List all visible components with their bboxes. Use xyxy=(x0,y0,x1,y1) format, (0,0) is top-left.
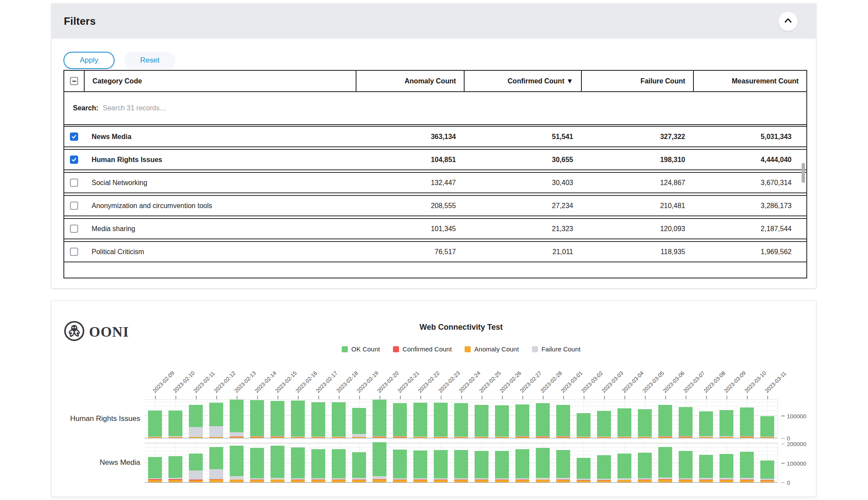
legend-item[interactable]: Anomaly Count xyxy=(465,345,519,353)
column-header-category[interactable]: Category Code xyxy=(84,71,356,91)
stacked-bar[interactable] xyxy=(189,442,203,482)
stacked-bar[interactable] xyxy=(168,442,182,482)
reset-button[interactable]: Reset xyxy=(124,52,175,69)
collapse-panel-button[interactable] xyxy=(779,12,798,31)
legend-item[interactable]: Failure Count xyxy=(532,345,581,353)
stacked-bar[interactable] xyxy=(209,399,223,438)
column-header-failure[interactable]: Failure Count xyxy=(581,71,693,91)
select-all-checkbox[interactable] xyxy=(64,71,84,91)
stacked-bar[interactable] xyxy=(515,442,529,482)
stacked-bar[interactable] xyxy=(679,399,693,438)
stacked-bar[interactable] xyxy=(536,399,550,438)
stacked-bar[interactable] xyxy=(271,399,284,438)
row-checkbox[interactable] xyxy=(64,248,84,256)
stacked-bar[interactable] xyxy=(597,399,611,438)
stacked-bar[interactable] xyxy=(148,442,162,482)
stacked-bar[interactable] xyxy=(475,399,488,438)
stacked-bar[interactable] xyxy=(373,442,386,482)
stacked-bar[interactable] xyxy=(740,399,754,438)
stacked-bar[interactable] xyxy=(393,442,407,482)
row-checkbox[interactable] xyxy=(64,156,84,164)
stacked-bar[interactable] xyxy=(168,399,182,438)
stacked-bar[interactable] xyxy=(189,399,203,438)
stacked-bar[interactable] xyxy=(373,399,386,438)
table-row[interactable]: Political Criticism76,51721,011118,9351,… xyxy=(64,241,806,262)
stacked-bar[interactable] xyxy=(454,399,468,438)
stacked-bar[interactable] xyxy=(515,399,529,438)
y-tick-dash xyxy=(781,482,785,483)
stacked-bar[interactable] xyxy=(250,442,264,482)
stacked-bar[interactable] xyxy=(311,399,325,438)
stacked-bar[interactable] xyxy=(760,442,774,482)
row-checkbox[interactable] xyxy=(64,179,84,187)
row-checkbox[interactable] xyxy=(64,202,84,210)
apply-button[interactable]: Apply xyxy=(63,52,115,69)
stacked-bar[interactable] xyxy=(434,399,448,438)
bar-segment xyxy=(352,408,366,434)
bar-segment xyxy=(679,451,693,478)
table-row[interactable]: Anonymization and circumvention tools208… xyxy=(64,195,806,216)
stacked-bar[interactable] xyxy=(719,399,733,438)
stacked-bar[interactable] xyxy=(617,442,631,482)
stacked-bar[interactable] xyxy=(393,399,407,438)
table-row[interactable]: Social Networking132,44730,403124,8673,6… xyxy=(64,172,806,193)
stacked-bar[interactable] xyxy=(311,442,325,482)
stacked-bar[interactable] xyxy=(475,442,488,482)
column-header-anomaly[interactable]: Anomaly Count xyxy=(356,71,464,91)
table-scrollbar[interactable] xyxy=(802,163,805,183)
stacked-bar[interactable] xyxy=(209,442,223,482)
stacked-bar[interactable] xyxy=(291,399,305,438)
stacked-bar[interactable] xyxy=(577,399,591,438)
stacked-bar[interactable] xyxy=(556,399,570,438)
stacked-bar[interactable] xyxy=(495,442,509,482)
stacked-bar[interactable] xyxy=(638,442,652,482)
bar-segment xyxy=(189,454,203,470)
table-row[interactable]: Human Rights Issues104,85130,655198,3104… xyxy=(64,149,806,170)
stacked-bar[interactable] xyxy=(413,399,427,438)
legend-item[interactable]: OK Count xyxy=(342,345,380,353)
stacked-bar[interactable] xyxy=(230,442,244,482)
stacked-bar[interactable] xyxy=(536,442,550,482)
stacked-bar[interactable] xyxy=(454,442,468,482)
stacked-bar[interactable] xyxy=(230,399,244,438)
stacked-bar[interactable] xyxy=(556,442,570,482)
search-input[interactable] xyxy=(103,104,363,112)
x-axis-date-label: 2023-02-22 xyxy=(417,370,441,394)
bar-segment xyxy=(352,452,366,478)
stacked-bar[interactable] xyxy=(352,399,366,438)
bar-segment xyxy=(332,480,346,482)
stacked-bar[interactable] xyxy=(679,442,693,482)
legend-label: Failure Count xyxy=(541,345,581,353)
stacked-bar[interactable] xyxy=(577,442,591,482)
row-checkbox[interactable] xyxy=(64,132,84,141)
stacked-bar[interactable] xyxy=(148,399,162,438)
stacked-bar[interactable] xyxy=(740,442,754,482)
column-header-measurement[interactable]: Measurement Count xyxy=(693,71,806,91)
stacked-bar[interactable] xyxy=(658,442,672,482)
stacked-bar[interactable] xyxy=(699,442,713,482)
stacked-bar[interactable] xyxy=(638,399,652,438)
stacked-bar[interactable] xyxy=(597,442,611,482)
stacked-bar[interactable] xyxy=(413,442,427,482)
table-row[interactable]: News Media363,13451,541327,3225,031,343 xyxy=(64,126,806,147)
bar-segment xyxy=(148,480,162,482)
stacked-bar[interactable] xyxy=(250,399,264,438)
stacked-bar[interactable] xyxy=(291,442,305,482)
legend-item[interactable]: Confirmed Count xyxy=(393,345,452,353)
bar-segment xyxy=(230,480,244,482)
stacked-bar[interactable] xyxy=(617,399,631,438)
stacked-bar[interactable] xyxy=(352,442,366,482)
stacked-bar[interactable] xyxy=(719,442,733,482)
x-axis-date-label: 2023-02-23 xyxy=(437,370,461,394)
stacked-bar[interactable] xyxy=(495,399,509,438)
table-row[interactable]: Media sharing101,34521,323120,0932,187,5… xyxy=(64,218,806,239)
stacked-bar[interactable] xyxy=(699,399,713,438)
column-header-confirmed-sorted[interactable]: Confirmed Count ▼ xyxy=(464,71,581,91)
stacked-bar[interactable] xyxy=(760,399,774,438)
stacked-bar[interactable] xyxy=(332,399,346,438)
row-checkbox[interactable] xyxy=(64,225,84,233)
stacked-bar[interactable] xyxy=(332,442,346,482)
stacked-bar[interactable] xyxy=(434,442,448,482)
stacked-bar[interactable] xyxy=(271,442,284,482)
stacked-bar[interactable] xyxy=(658,399,672,438)
